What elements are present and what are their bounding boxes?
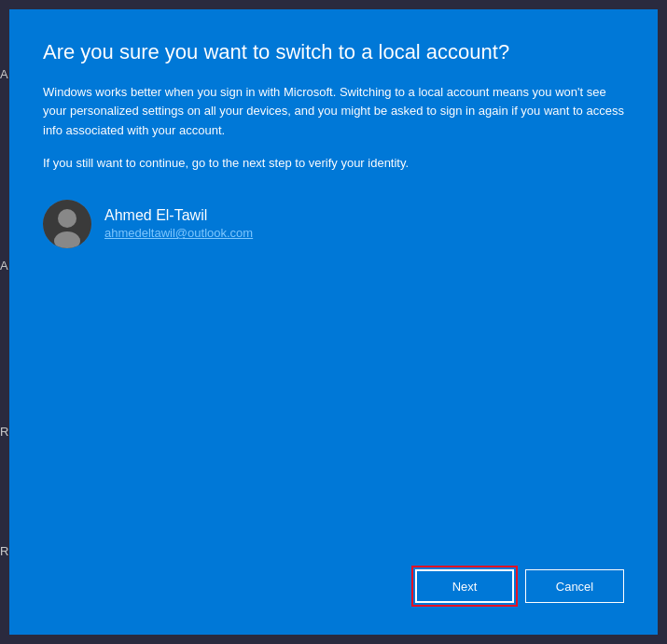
next-button[interactable]: Next xyxy=(415,569,514,603)
bg-label-r2: R xyxy=(0,544,8,558)
cancel-button[interactable]: Cancel xyxy=(525,569,624,603)
user-email: ahmedeltawil@outlook.com xyxy=(104,226,253,240)
dialog-body-paragraph2: If you still want to continue, go to the… xyxy=(43,154,624,174)
bg-label-a1: A xyxy=(0,67,8,81)
dialog-body-paragraph1: Windows works better when you sign in wi… xyxy=(43,83,624,141)
switch-local-account-dialog: Are you sure you want to switch to a loc… xyxy=(9,9,658,635)
outer-container: A A R R Are you sure you want to switch … xyxy=(0,0,667,644)
bg-label-a2: A xyxy=(0,259,8,273)
user-info: Ahmed El-Tawil ahmedeltawil@outlook.com xyxy=(104,207,253,240)
dialog-title: Are you sure you want to switch to a loc… xyxy=(43,39,624,66)
svg-point-1 xyxy=(58,209,76,228)
user-name: Ahmed El-Tawil xyxy=(104,207,253,224)
user-card: Ahmed El-Tawil ahmedeltawil@outlook.com xyxy=(43,200,624,248)
dialog-footer: Next Cancel xyxy=(43,569,624,607)
avatar xyxy=(43,200,91,248)
bg-label-r1: R xyxy=(0,425,8,439)
